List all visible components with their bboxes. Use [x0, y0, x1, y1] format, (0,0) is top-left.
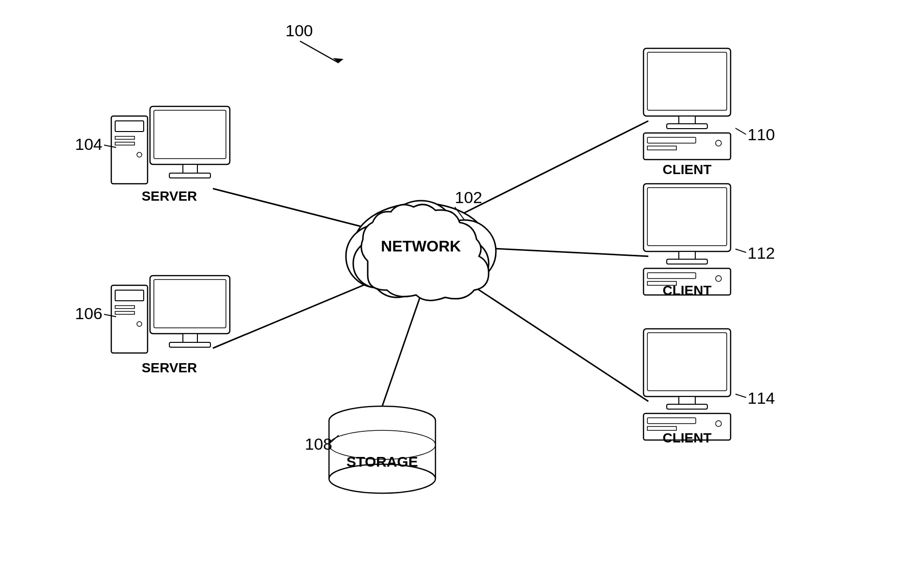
storage-label: STORAGE [346, 454, 418, 470]
client1-icon [644, 48, 731, 160]
client3-label: CLIENT [662, 430, 711, 445]
svg-rect-51 [667, 404, 707, 409]
svg-point-18 [137, 152, 142, 157]
svg-rect-35 [667, 124, 707, 129]
network-label: NETWORK [381, 237, 461, 255]
ref-114: 114 [748, 389, 775, 407]
svg-rect-21 [183, 164, 197, 173]
svg-point-27 [137, 322, 142, 326]
server1-icon [111, 106, 230, 184]
ref-102: 102 [455, 188, 482, 206]
svg-rect-49 [647, 333, 727, 391]
svg-rect-16 [115, 136, 135, 139]
svg-rect-41 [647, 188, 727, 246]
svg-rect-38 [647, 146, 676, 150]
ref-106: 106 [75, 304, 103, 323]
server2-icon [111, 276, 230, 353]
svg-point-39 [716, 140, 721, 146]
network-cloud: NETWORK [346, 201, 496, 300]
server2-label: SERVER [142, 360, 197, 375]
ref-108: 108 [305, 435, 332, 453]
svg-rect-22 [169, 173, 210, 178]
svg-rect-37 [647, 137, 696, 143]
storage-icon: STORAGE [329, 406, 435, 493]
svg-rect-24 [115, 290, 144, 301]
ref-110: 110 [748, 125, 775, 144]
svg-rect-29 [154, 279, 226, 328]
ref-100: 100 [285, 21, 313, 40]
client2-label: CLIENT [662, 283, 711, 298]
ref-112: 112 [748, 244, 775, 262]
svg-rect-25 [115, 306, 135, 309]
svg-rect-26 [115, 311, 135, 314]
svg-point-47 [716, 276, 721, 281]
client1-label: CLIENT [662, 162, 711, 177]
svg-line-69 [735, 249, 746, 252]
diagram: NETWORK [0, 0, 898, 588]
svg-rect-50 [679, 397, 695, 404]
svg-line-2 [445, 121, 648, 222]
svg-rect-31 [169, 342, 210, 347]
svg-line-70 [735, 394, 746, 397]
client2-icon [644, 184, 731, 295]
svg-rect-15 [115, 121, 144, 132]
svg-rect-45 [647, 273, 696, 279]
svg-rect-17 [115, 142, 135, 145]
svg-line-62 [300, 41, 339, 63]
svg-line-4 [450, 271, 648, 401]
client3-icon [644, 329, 731, 440]
svg-rect-33 [647, 52, 727, 110]
svg-point-55 [716, 421, 721, 426]
ref-104: 104 [75, 135, 103, 153]
svg-rect-43 [667, 259, 707, 264]
svg-line-5 [382, 280, 426, 406]
svg-rect-34 [679, 116, 695, 124]
svg-rect-20 [154, 110, 226, 159]
svg-rect-42 [679, 251, 695, 259]
svg-line-68 [735, 128, 746, 134]
svg-rect-53 [647, 418, 696, 424]
svg-rect-30 [183, 334, 197, 342]
server1-label: SERVER [142, 189, 197, 204]
svg-rect-54 [647, 426, 676, 430]
